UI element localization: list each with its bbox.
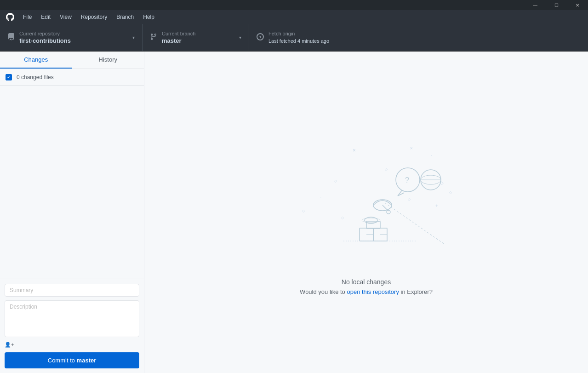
fetch-icon [257, 33, 264, 42]
svg-text:◇: ◇ [334, 179, 337, 183]
repo-label: Current repository [19, 31, 129, 36]
maximize-button[interactable]: ☐ [546, 0, 567, 10]
fetch-sublabel: Last fetched 4 minutes ago [268, 38, 329, 44]
menu-branch[interactable]: Branch [112, 12, 138, 22]
fetch-origin-button[interactable]: Fetch origin Last fetched 4 minutes ago [249, 24, 356, 51]
repo-value: first-contributions [19, 37, 71, 44]
app-logo [4, 11, 17, 23]
changed-files-bar: 0 changed files [0, 69, 144, 86]
description-textarea[interactable] [5, 300, 139, 337]
branch-text: Current branch master [162, 31, 235, 45]
menu-view[interactable]: View [55, 12, 76, 22]
main-layout: Changes History 0 changed files 👤+ Commi… [0, 52, 588, 373]
main-content: × × · ◇ ◇ ◇ · ◇ + ◇ ◇ ◇ ? [144, 52, 588, 373]
menu-edit[interactable]: Edit [36, 12, 55, 22]
toolbar: Current repository first-contributions ▾… [0, 24, 588, 52]
empty-state-illustration: × × · ◇ ◇ ◇ · ◇ + ◇ ◇ ◇ ? [274, 129, 458, 267]
menu-help[interactable]: Help [138, 12, 159, 22]
repo-text: Current repository first-contributions [19, 31, 129, 45]
commit-area: 👤+ Commit to master [0, 279, 144, 373]
no-changes-title: No local changes [342, 278, 391, 286]
svg-text:◇: ◇ [408, 197, 411, 201]
tab-history[interactable]: History [72, 52, 144, 69]
svg-text:×: × [353, 147, 356, 154]
files-list [0, 86, 144, 279]
svg-text:◇: ◇ [302, 209, 305, 213]
svg-text:◇: ◇ [341, 216, 344, 220]
summary-input[interactable] [5, 284, 139, 297]
svg-text:×: × [410, 146, 413, 151]
repo-icon [7, 33, 15, 42]
open-repository-link[interactable]: open this repository [347, 288, 399, 295]
no-changes-before: Would you like to [300, 288, 347, 295]
menu-repository[interactable]: Repository [76, 12, 112, 22]
commit-button[interactable]: Commit to master [5, 352, 139, 368]
no-changes-subtext: Would you like to open this repository i… [300, 288, 433, 295]
menu-file[interactable]: File [18, 12, 36, 22]
commit-btn-branch: master [77, 357, 97, 364]
current-repo-button[interactable]: Current repository first-contributions ▾ [0, 24, 143, 51]
select-all-checkbox[interactable] [6, 74, 12, 80]
svg-line-12 [385, 203, 445, 244]
changed-files-count: 0 changed files [17, 74, 54, 80]
no-changes-after: in Explorer? [399, 288, 433, 295]
commit-btn-label: Commit to [48, 357, 75, 364]
close-button[interactable]: ✕ [567, 0, 588, 10]
coauthors-button[interactable]: 👤+ [5, 341, 139, 349]
branch-icon [150, 33, 157, 42]
current-branch-button[interactable]: Current branch master ▾ [143, 24, 249, 51]
tab-bar: Changes History [0, 52, 144, 69]
titlebar: — ☐ ✕ [0, 0, 588, 10]
branch-chevron-icon: ▾ [239, 35, 241, 40]
menubar: File Edit View Repository Branch Help [0, 10, 588, 24]
minimize-button[interactable]: — [525, 0, 546, 10]
svg-text:+: + [435, 203, 438, 208]
tab-changes[interactable]: Changes [0, 52, 72, 69]
svg-text:◇: ◇ [385, 167, 388, 172]
repo-chevron-icon: ▾ [132, 35, 135, 40]
fetch-text: Fetch origin Last fetched 4 minutes ago [268, 31, 348, 45]
svg-text:◇: ◇ [449, 190, 452, 195]
branch-value: master [162, 37, 182, 44]
svg-text:·: · [431, 153, 432, 158]
titlebar-controls: — ☐ ✕ [525, 0, 588, 10]
branch-label: Current branch [162, 31, 235, 36]
fetch-label: Fetch origin [268, 31, 348, 36]
sidebar: Changes History 0 changed files 👤+ Commi… [0, 52, 144, 373]
svg-text:?: ? [405, 176, 409, 184]
svg-text:·: · [320, 196, 321, 199]
